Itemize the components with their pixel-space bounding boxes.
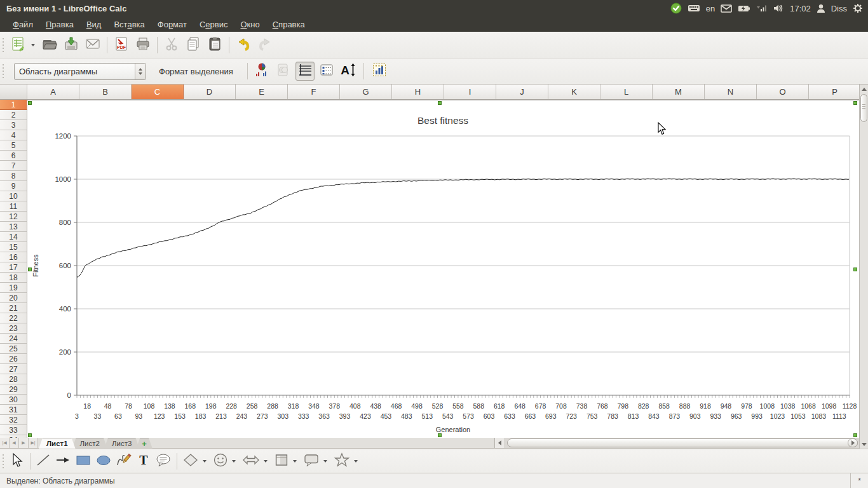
battery-icon[interactable] (738, 5, 750, 12)
row-header-26[interactable]: 26 (0, 354, 27, 364)
menu-7[interactable]: Окно (234, 18, 266, 31)
column-header-F[interactable]: F (288, 85, 340, 100)
column-header-L[interactable]: L (600, 85, 653, 100)
menu-3[interactable]: Вид (80, 18, 108, 31)
legend-toggle-button[interactable] (317, 62, 336, 81)
callout-button[interactable] (153, 452, 173, 471)
keyboard-icon[interactable] (688, 4, 700, 13)
selector-spinner[interactable] (135, 64, 146, 79)
row-header-21[interactable]: 21 (0, 303, 27, 313)
email-button[interactable] (82, 34, 104, 56)
menu-4[interactable]: Вставка (107, 18, 151, 31)
add-sheet-button[interactable]: + (136, 438, 153, 449)
user-icon[interactable] (817, 4, 825, 13)
column-header-B[interactable]: B (79, 85, 132, 100)
symbol-shapes-dropdown-arrow[interactable] (232, 460, 236, 463)
flowchart-shapes-dropdown-arrow[interactable] (293, 460, 297, 463)
draw-ellipse-button[interactable] (93, 452, 114, 471)
toolbar-grip[interactable] (1, 38, 6, 52)
paste-button[interactable] (204, 34, 226, 56)
menu-8[interactable]: Справка (266, 18, 311, 31)
column-header-N[interactable]: N (705, 85, 757, 100)
row-header-1[interactable]: 1 (0, 100, 27, 110)
menu-2[interactable]: Правка (39, 18, 80, 31)
block-arrows-button[interactable] (240, 452, 262, 471)
chart-selection-handle[interactable] (28, 101, 32, 105)
draw-rectangle-button[interactable] (73, 452, 93, 471)
open-button[interactable] (39, 34, 60, 56)
text-scale-button[interactable]: A (339, 62, 358, 81)
row-header-13[interactable]: 13 (0, 222, 27, 232)
gear-icon[interactable] (853, 3, 863, 13)
keyboard-layout[interactable]: en (706, 4, 715, 13)
symbol-shapes-button[interactable] (211, 452, 230, 471)
session-user[interactable]: Diss (831, 4, 847, 13)
signal-icon[interactable] (756, 4, 768, 12)
scroll-up-arrow[interactable] (860, 85, 868, 93)
star-shapes-button[interactable] (332, 452, 352, 471)
row-header-6[interactable]: 6 (0, 151, 27, 161)
horizontal-scroll-thumb[interactable] (507, 438, 858, 447)
column-header-C[interactable]: C (132, 85, 184, 100)
column-header-E[interactable]: E (236, 85, 288, 100)
volume-icon[interactable] (773, 4, 784, 13)
column-header-P[interactable]: P (809, 85, 859, 100)
vertical-scrollbar[interactable] (859, 85, 868, 449)
hscroll-left-arrow[interactable] (495, 438, 505, 448)
row-header-31[interactable]: 31 (0, 405, 27, 415)
chart-selection-handle[interactable] (438, 433, 442, 437)
chart-element-selector[interactable]: Область диаграммы (14, 63, 146, 80)
status-check-icon[interactable] (670, 3, 682, 14)
chart-object[interactable]: 0200400600800100012003183348637893108123… (27, 100, 859, 438)
column-header-J[interactable]: J (496, 85, 548, 100)
row-header-16[interactable]: 16 (0, 252, 27, 262)
menu-5[interactable]: Формат (151, 18, 193, 31)
prev-sheet-button[interactable]: ◀ (10, 438, 19, 448)
mail-icon[interactable] (721, 4, 732, 13)
row-header-2[interactable]: 2 (0, 110, 27, 120)
row-header-12[interactable]: 12 (0, 212, 27, 222)
chart-selection-handle[interactable] (28, 268, 32, 271)
new-button[interactable] (8, 34, 29, 56)
row-header-24[interactable]: 24 (0, 334, 27, 344)
sheet-tab-Лист2[interactable]: Лист2 (72, 438, 107, 449)
next-sheet-button[interactable]: ▶ (19, 438, 29, 448)
chart-selection-handle[interactable] (853, 268, 857, 271)
new-dropdown-arrow[interactable] (31, 44, 35, 46)
hscroll-right-arrow[interactable] (848, 438, 858, 447)
select-button[interactable] (8, 452, 27, 471)
menu-1[interactable]: Файл (6, 18, 39, 31)
select-all-corner[interactable] (0, 85, 27, 100)
row-header-3[interactable]: 3 (0, 120, 27, 130)
vertical-scroll-thumb[interactable] (860, 94, 867, 122)
row-header-33[interactable]: 33 (0, 425, 27, 435)
draw-arrow-button[interactable] (53, 452, 73, 471)
chart-selection-handle[interactable] (853, 433, 857, 437)
row-header-10[interactable]: 10 (0, 191, 27, 201)
column-header-G[interactable]: G (340, 85, 392, 100)
column-header-O[interactable]: O (757, 85, 809, 100)
row-header-28[interactable]: 28 (0, 374, 27, 384)
undo-button[interactable] (233, 34, 254, 56)
column-header-K[interactable]: K (548, 85, 600, 100)
chart-selection-handle[interactable] (853, 101, 857, 105)
row-header-11[interactable]: 11 (0, 201, 27, 212)
row-header-29[interactable]: 29 (0, 384, 27, 395)
row-header-15[interactable]: 15 (0, 242, 27, 252)
column-header-M[interactable]: M (653, 85, 705, 100)
row-header-18[interactable]: 18 (0, 273, 27, 283)
callout-shapes-button[interactable] (301, 452, 322, 471)
row-header-19[interactable]: 19 (0, 283, 27, 293)
format-selection-button[interactable]: Формат выделения (154, 64, 238, 79)
row-header-23[interactable]: 23 (0, 323, 27, 334)
row-header-14[interactable]: 14 (0, 232, 27, 242)
menu-6[interactable]: Сервис (193, 18, 234, 31)
clock[interactable]: 17:02 (790, 4, 811, 13)
column-header-A[interactable]: A (27, 85, 79, 100)
horizontal-scrollbar[interactable] (505, 438, 859, 448)
column-header-D[interactable]: D (184, 85, 236, 100)
row-header-9[interactable]: 9 (0, 181, 27, 191)
row-header-7[interactable]: 7 (0, 161, 27, 171)
basic-shapes-dropdown-arrow[interactable] (203, 460, 207, 463)
callout-shapes-dropdown-arrow[interactable] (323, 460, 327, 463)
